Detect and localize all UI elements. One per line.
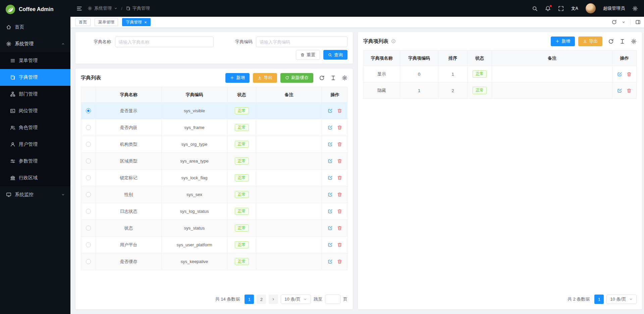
delete-icon[interactable] (337, 175, 342, 180)
refresh-icon[interactable] (319, 75, 325, 81)
row-radio[interactable] (86, 192, 91, 197)
fullscreen-icon[interactable] (558, 6, 564, 11)
chevron-up-icon (61, 42, 65, 46)
delete-icon[interactable] (337, 209, 342, 214)
delete-icon[interactable] (337, 142, 342, 147)
page-2-button[interactable]: 2 (257, 295, 266, 304)
table-row[interactable]: 锁定标记 sys_lock_flag 正常 (81, 170, 347, 186)
edit-icon[interactable] (617, 72, 622, 77)
delete-icon[interactable] (337, 108, 342, 113)
edit-icon[interactable] (328, 209, 333, 214)
column-height-icon[interactable] (620, 39, 625, 44)
sidebar-item-system-mgmt[interactable]: 系统管理 (0, 36, 70, 52)
notifications-button[interactable] (545, 6, 551, 11)
edit-icon[interactable] (328, 142, 333, 147)
sidebar-item-dept-mgmt[interactable]: 部门管理 (0, 86, 70, 103)
row-radio[interactable] (86, 159, 91, 164)
add-dict-button[interactable]: 新增 (225, 73, 250, 83)
delete-icon[interactable] (337, 259, 342, 264)
row-radio[interactable] (86, 175, 91, 180)
settings-gear-icon[interactable] (632, 6, 638, 11)
row-radio[interactable] (86, 242, 91, 247)
export-dict-button[interactable]: 导出 (253, 73, 277, 83)
table-row[interactable]: 是否缓存 sys_keepalive 正常 (81, 253, 347, 270)
refresh-icon[interactable] (608, 39, 614, 44)
add-item-button[interactable]: 新增 (551, 37, 575, 46)
dict-code-input[interactable] (256, 37, 347, 47)
sidebar-item-param-mgmt[interactable]: 参数管理 (0, 153, 70, 170)
settings-gear-icon[interactable] (631, 39, 637, 44)
sidebar-item-dict-mgmt[interactable]: 字典管理 (0, 69, 70, 86)
sidebar-item-system-monitor[interactable]: 系统监控 (0, 186, 70, 203)
table-row[interactable]: 性别 sys_sex 正常 (81, 186, 347, 203)
sidebar-item-home[interactable]: 首页 (0, 19, 70, 36)
delete-icon[interactable] (337, 192, 342, 197)
reset-button[interactable]: 重置 (296, 50, 320, 60)
page-1-button[interactable]: 1 (594, 295, 604, 304)
delete-icon[interactable] (627, 72, 632, 77)
page-1-button[interactable]: 1 (245, 295, 254, 304)
edit-icon[interactable] (328, 125, 333, 130)
tab-menu-mgmt[interactable]: 菜单管理 (95, 18, 118, 26)
column-header: 排序 (438, 51, 468, 66)
refresh-icon[interactable] (611, 19, 617, 25)
delete-icon[interactable] (337, 159, 342, 164)
edit-icon[interactable] (328, 242, 333, 247)
row-radio[interactable] (86, 108, 91, 113)
avatar[interactable] (586, 3, 596, 13)
refresh-cache-button[interactable]: 刷新缓存 (280, 73, 313, 83)
edit-icon[interactable] (328, 108, 333, 113)
table-row[interactable]: 日志状态 sys_log_status 正常 (81, 203, 347, 220)
table-row[interactable]: 机构类型 sys_org_type 正常 (81, 136, 347, 153)
delete-icon[interactable] (627, 88, 632, 93)
table-row[interactable]: 区域类型 sys_area_type 正常 (81, 153, 347, 170)
breadcrumb-dict-mgmt[interactable]: 字典管理 (126, 5, 150, 11)
table-row[interactable]: 用户平台 sys_user_platform 正常 (81, 237, 347, 253)
user-name[interactable]: 超级管理员 (603, 5, 625, 11)
hamburger-icon[interactable] (76, 6, 82, 11)
close-icon[interactable]: × (144, 20, 147, 24)
sidebar-item-user-mgmt[interactable]: 用户管理 (0, 136, 70, 153)
search-icon[interactable] (532, 6, 538, 11)
table-row[interactable]: 隐藏 1 2 正常 (364, 82, 636, 99)
edit-icon[interactable] (328, 192, 333, 197)
info-icon[interactable] (391, 39, 396, 44)
sidebar-item-region[interactable]: 行政区域 (0, 170, 70, 186)
delete-icon[interactable] (337, 242, 342, 247)
row-radio[interactable] (86, 142, 91, 147)
export-items-button[interactable]: 导出 (578, 37, 602, 46)
breadcrumb-system-mgmt[interactable]: 系统管理 (88, 5, 118, 11)
chevron-down-icon[interactable] (622, 20, 626, 24)
jump-page-input[interactable] (325, 295, 340, 304)
translate-icon[interactable]: 文A (571, 6, 578, 11)
delete-icon[interactable] (337, 226, 342, 231)
table-row[interactable]: 是否显示 sys_visible 正常 (81, 103, 347, 119)
next-page-button[interactable] (269, 295, 278, 304)
column-height-icon[interactable] (330, 75, 336, 81)
query-button[interactable]: 查询 (323, 50, 347, 60)
edit-icon[interactable] (328, 159, 333, 164)
delete-icon[interactable] (337, 125, 342, 130)
row-radio[interactable] (86, 209, 91, 214)
page-size-select[interactable]: 10 条/页 (606, 295, 637, 304)
sidebar-item-post-mgmt[interactable]: 岗位管理 (0, 103, 70, 119)
settings-gear-icon[interactable] (342, 75, 347, 81)
page-size-select[interactable]: 10 条/页 (281, 295, 311, 304)
table-row[interactable]: 状态 sys_status 正常 (81, 220, 347, 237)
edit-icon[interactable] (328, 259, 333, 264)
edit-icon[interactable] (328, 226, 333, 231)
edit-icon[interactable] (617, 88, 622, 93)
table-row[interactable]: 显示 0 1 正常 (364, 66, 636, 82)
content: 字典名称 字典编码 重置 (70, 27, 644, 314)
sidebar-item-menu-mgmt[interactable]: 菜单管理 (0, 52, 70, 69)
tab-dict-mgmt[interactable]: 字典管理 × (122, 18, 151, 26)
dict-name-input[interactable] (115, 37, 214, 47)
tab-home[interactable]: 首页 (75, 18, 91, 26)
edit-icon[interactable] (328, 175, 333, 180)
row-radio[interactable] (86, 226, 91, 231)
row-radio[interactable] (86, 125, 91, 130)
layout-panel-icon[interactable] (635, 19, 641, 25)
row-radio[interactable] (86, 259, 91, 264)
table-row[interactable]: 是否内嵌 sys_frame 正常 (81, 119, 347, 136)
sidebar-item-role-mgmt[interactable]: 角色管理 (0, 119, 70, 136)
